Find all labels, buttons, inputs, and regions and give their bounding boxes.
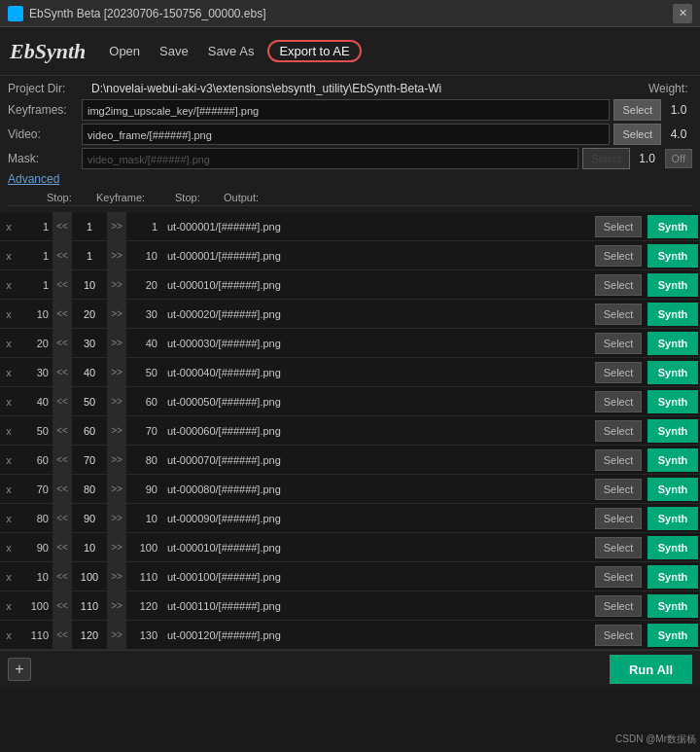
table-row: x 40 << 50 >> 60 ut-000050/[######].png … [0,387,700,416]
nav-next-button[interactable]: >> [107,504,126,532]
nav-next-button[interactable]: >> [107,533,126,561]
synth-button[interactable]: Synth [648,332,698,355]
nav-next-button[interactable]: >> [107,241,126,269]
output-select-button[interactable]: Select [595,245,642,267]
table-header: Stop: Keyframe: Stop: Output: [8,190,692,206]
nav-next-button[interactable]: >> [107,416,126,445]
row-remove-button[interactable]: x [0,600,18,612]
row-remove-button[interactable]: x [0,221,18,233]
video-select-button[interactable]: Select [613,124,661,145]
titlebar-left: EbSynth Beta [20230706-150756_00000.ebs] [8,6,266,21]
synth-button[interactable]: Synth [648,303,698,326]
output-select-button[interactable]: Select [595,216,642,237]
synth-button[interactable]: Synth [648,507,698,530]
output-select-button[interactable]: Select [595,333,642,354]
nav-prev-button[interactable]: << [52,533,72,561]
output-select-button[interactable]: Select [595,537,642,558]
nav-prev-button[interactable]: << [52,446,72,474]
row-remove-button[interactable]: x [0,629,18,641]
cell-select-container: Select [595,362,646,383]
output-select-button[interactable]: Select [595,449,642,471]
nav-next-button[interactable]: >> [107,300,126,328]
synth-button[interactable]: Synth [648,273,698,297]
output-select-button[interactable]: Select [595,274,642,296]
nav-prev-button[interactable]: << [52,621,72,649]
synth-button[interactable]: Synth [648,244,698,268]
close-button[interactable]: ✕ [673,4,692,23]
menu-save[interactable]: Save [154,41,194,61]
row-remove-button[interactable]: x [0,367,18,378]
output-select-button[interactable]: Select [595,362,642,383]
nav-next-button[interactable]: >> [107,562,126,591]
nav-prev-button[interactable]: << [52,562,72,591]
synth-button[interactable]: Synth [648,390,698,413]
advanced-link[interactable]: Advanced [8,172,692,186]
output-select-button[interactable]: Select [595,420,642,442]
keyframes-row: Keyframes: img2img_upscale_key/[######].… [8,99,692,121]
row-remove-button[interactable]: x [0,571,18,583]
nav-prev-button[interactable]: << [52,504,72,532]
keyframes-select-button[interactable]: Select [613,99,661,121]
cell-synth-container: Synth [646,273,700,297]
nav-prev-button[interactable]: << [52,387,72,415]
synth-button[interactable]: Synth [648,215,698,238]
row-remove-button[interactable]: x [0,483,18,495]
synth-button[interactable]: Synth [648,361,698,384]
row-remove-button[interactable]: x [0,542,18,554]
add-row-button[interactable]: + [8,658,31,681]
menu-export-ae[interactable]: Export to AE [267,40,361,62]
row-remove-button[interactable]: x [0,279,18,291]
nav-prev-button[interactable]: << [52,416,72,445]
cell-keyframe: 70 [72,454,107,466]
row-remove-button[interactable]: x [0,250,18,262]
synth-button[interactable]: Synth [648,448,698,472]
nav-prev-button[interactable]: << [52,241,72,269]
nav-next-button[interactable]: >> [107,270,126,299]
synth-button[interactable]: Synth [648,565,698,589]
menu-open[interactable]: Open [103,41,146,61]
row-remove-button[interactable]: x [0,513,18,524]
nav-prev-button[interactable]: << [52,212,72,240]
synth-button[interactable]: Synth [648,419,698,443]
output-select-button[interactable]: Select [595,304,642,325]
nav-prev-button[interactable]: << [52,591,72,620]
output-select-button[interactable]: Select [595,566,642,588]
nav-next-button[interactable]: >> [107,591,126,620]
synth-button[interactable]: Synth [648,624,698,647]
cell-stop1: 20 [18,338,52,349]
synth-button[interactable]: Synth [648,478,698,501]
output-select-button[interactable]: Select [595,508,642,529]
nav-next-button[interactable]: >> [107,621,126,649]
row-remove-button[interactable]: x [0,425,18,437]
synth-button[interactable]: Synth [648,536,698,559]
row-remove-button[interactable]: x [0,338,18,349]
nav-prev-button[interactable]: << [52,475,72,503]
nav-prev-button[interactable]: << [52,358,72,386]
nav-next-button[interactable]: >> [107,329,126,357]
cell-stop2: 10 [126,513,161,524]
nav-prev-button[interactable]: << [52,329,72,357]
output-select-button[interactable]: Select [595,625,642,646]
cell-keyframe: 90 [72,513,107,524]
cell-stop1: 70 [18,483,52,495]
row-remove-button[interactable]: x [0,308,18,320]
mask-off-button[interactable]: Off [665,149,692,168]
nav-next-button[interactable]: >> [107,387,126,415]
cell-stop2: 120 [126,600,161,612]
nav-next-button[interactable]: >> [107,475,126,503]
nav-next-button[interactable]: >> [107,446,126,474]
video-row: Video: video_frame/[######].png Select 4… [8,124,692,145]
run-all-button[interactable]: Run All [610,655,692,684]
row-remove-button[interactable]: x [0,454,18,466]
output-select-button[interactable]: Select [595,391,642,412]
row-remove-button[interactable]: x [0,396,18,408]
output-select-button[interactable]: Select [595,479,642,500]
synth-button[interactable]: Synth [648,594,698,618]
nav-prev-button[interactable]: << [52,300,72,328]
nav-next-button[interactable]: >> [107,212,126,240]
nav-next-button[interactable]: >> [107,358,126,386]
output-select-button[interactable]: Select [595,595,642,617]
nav-prev-button[interactable]: << [52,270,72,299]
mask-weight: 1.0 [634,152,661,165]
menu-save-as[interactable]: Save As [202,41,261,61]
